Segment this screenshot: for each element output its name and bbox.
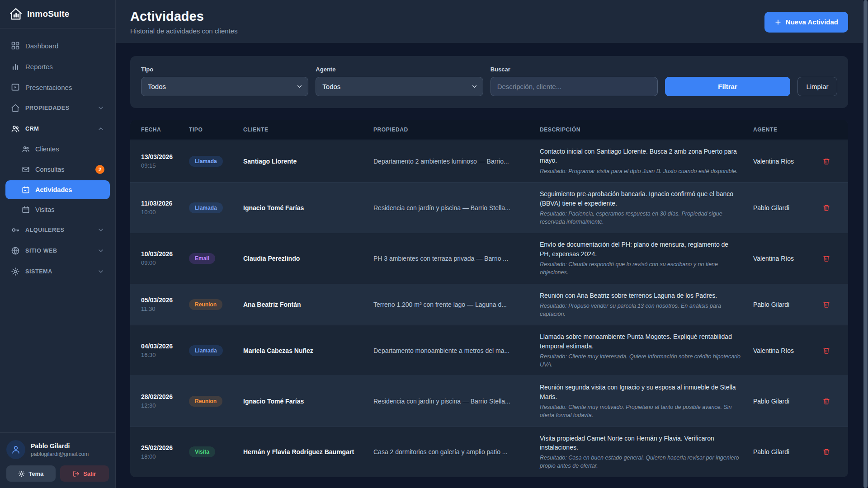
- column-header-cliente: CLIENTE: [243, 127, 373, 133]
- chevron-down-icon: [97, 104, 104, 112]
- row-client: Santiago Llorente: [243, 158, 373, 165]
- delete-activity-button[interactable]: [821, 253, 832, 264]
- logout-icon: [73, 470, 80, 477]
- delete-activity-button[interactable]: [821, 446, 832, 457]
- sidebar-item-dashboard[interactable]: Dashboard: [5, 36, 110, 56]
- trash-icon: [823, 448, 830, 455]
- row-agent: Pablo Gilardi: [753, 204, 821, 211]
- sidebar-item-label: Consultas: [35, 166, 64, 173]
- agente-select[interactable]: Todos: [316, 77, 483, 96]
- row-description: Llamada sobre monoambiente Punta Mogotes…: [540, 332, 741, 351]
- table-row: 05/03/2026 11:30 Reunion Ana Beatriz Fon…: [130, 284, 848, 325]
- row-property[interactable]: Casa 2 dormitorios con galería y amplio …: [373, 448, 540, 455]
- users-icon: [22, 145, 30, 153]
- cell-fecha: 04/03/2026 16:30: [141, 343, 189, 358]
- new-activity-button[interactable]: Nueva Actividad: [764, 12, 848, 33]
- dashboard-icon: [11, 41, 20, 50]
- filter-button[interactable]: Filtrar: [665, 77, 790, 96]
- delete-activity-button[interactable]: [821, 396, 832, 407]
- table-row: 11/03/2026 10:00 Llamada Ignacio Tomé Fa…: [130, 182, 848, 233]
- sidebar-section-propiedades[interactable]: PROPIEDADES: [5, 98, 110, 118]
- cell-descripcion: Reunión segunda visita con Ignacio y su …: [540, 383, 753, 419]
- row-result: Resultado: Cliente muy interesada. Quier…: [540, 353, 741, 369]
- row-date: 13/03/2026: [141, 153, 189, 160]
- row-time: 09:00: [141, 259, 189, 266]
- row-description: Reunión segunda visita con Ignacio y su …: [540, 383, 741, 401]
- calendar-check-icon: [22, 186, 30, 194]
- row-property[interactable]: Departamento monoambiente a metros del m…: [373, 347, 540, 354]
- type-badge: Visita: [189, 446, 215, 457]
- delete-activity-button[interactable]: [821, 202, 832, 213]
- row-time: 18:00: [141, 453, 189, 460]
- new-activity-label: Nueva Actividad: [786, 18, 838, 26]
- sidebar-item-label: Visitas: [35, 206, 54, 213]
- chevron-up-icon: [97, 125, 104, 132]
- sidebar-item-consultas[interactable]: Consultas 2: [5, 160, 110, 179]
- scrollbar-thumb[interactable]: [863, 0, 868, 488]
- filter-bar: Tipo Todos Agente Todos: [130, 56, 848, 108]
- trash-icon: [823, 158, 830, 165]
- table-body: 13/03/2026 09:15 Llamada Santiago Lloren…: [130, 140, 848, 477]
- cell-fecha: 13/03/2026 09:15: [141, 153, 189, 169]
- type-badge: Llamada: [189, 345, 223, 356]
- trash-icon: [823, 301, 830, 308]
- page-header: Actividades Historial de actividades con…: [116, 0, 868, 43]
- logout-button[interactable]: Salir: [60, 465, 109, 482]
- page-header-text: Actividades Historial de actividades con…: [130, 9, 238, 35]
- chevron-down-icon: [97, 226, 104, 234]
- row-result: Resultado: Claudia respondió que lo revi…: [540, 261, 741, 277]
- cell-tipo: Llamada: [189, 345, 243, 356]
- sidebar-item-actividades[interactable]: Actividades: [5, 180, 110, 199]
- sidebar-section-alquileres[interactable]: ALQUILERES: [5, 220, 110, 240]
- user-actions: Tema Salir: [6, 465, 109, 482]
- filter-tipo-label: Tipo: [141, 66, 308, 73]
- tipo-select[interactable]: Todos: [141, 77, 308, 96]
- sidebar: InmoSuite Dashboard Reportes Presentacio…: [0, 0, 116, 488]
- row-property[interactable]: Terreno 1.200 m² con frente lago — Lagun…: [373, 301, 540, 308]
- row-client: Ignacio Tomé Farías: [243, 398, 373, 405]
- trash-icon: [823, 204, 830, 211]
- filter-buscar-label: Buscar: [491, 66, 658, 73]
- cell-descripcion: Visita propiedad Camet Norte con Hernán …: [540, 434, 753, 470]
- cell-descripcion: Contacto inicial con Santiago Llorente. …: [540, 147, 753, 175]
- filter-agente-field: Agente Todos: [316, 66, 483, 96]
- delete-activity-button[interactable]: [821, 299, 832, 310]
- cell-tipo: Email: [189, 253, 243, 264]
- column-header-tipo: TIPO: [189, 127, 243, 133]
- delete-activity-button[interactable]: [821, 156, 832, 167]
- row-description: Visita propiedad Camet Norte con Hernán …: [540, 434, 741, 452]
- row-agent: Valentina Ríos: [753, 255, 821, 262]
- theme-toggle-button[interactable]: Tema: [6, 465, 56, 482]
- row-agent: Valentina Ríos: [753, 158, 821, 165]
- sidebar-item-presentaciones[interactable]: Presentaciones: [5, 77, 110, 97]
- row-time: 16:30: [141, 352, 189, 358]
- delete-activity-button[interactable]: [821, 345, 832, 356]
- sidebar-item-visitas[interactable]: Visitas: [5, 200, 110, 219]
- sidebar-section-label: SISTEMA: [25, 268, 52, 275]
- clear-button[interactable]: Limpiar: [797, 77, 837, 96]
- row-property[interactable]: Residencia con jardín y piscina — Barrio…: [373, 204, 540, 211]
- row-property[interactable]: Departamento 2 ambientes luminoso — Barr…: [373, 158, 540, 165]
- row-property[interactable]: Residencia con jardín y piscina — Barrio…: [373, 398, 540, 405]
- sidebar-item-reportes[interactable]: Reportes: [5, 56, 110, 76]
- type-badge: Llamada: [189, 156, 223, 167]
- page-scrollbar[interactable]: [863, 0, 868, 488]
- filter-buscar-field: Buscar: [491, 66, 658, 96]
- sidebar-item-label: Dashboard: [25, 42, 58, 50]
- cell-fecha: 25/02/2026 18:00: [141, 444, 189, 460]
- search-input[interactable]: [491, 77, 658, 96]
- sidebar-section-sitio-web[interactable]: SITIO WEB: [5, 241, 110, 261]
- row-description: Envío de documentación del PH: plano de …: [540, 240, 741, 258]
- globe-icon: [11, 246, 20, 255]
- sidebar-section-crm[interactable]: CRM: [5, 119, 110, 139]
- table-row: 28/02/2026 12:30 Reunion Ignacio Tomé Fa…: [130, 375, 848, 426]
- row-description: Reunión con Ana Beatriz sobre terrenos L…: [540, 291, 741, 300]
- row-property[interactable]: PH 3 ambientes con terraza privada — Bar…: [373, 255, 540, 262]
- avatar: [6, 440, 25, 459]
- brand-name: InmoSuite: [27, 9, 70, 19]
- main-area: Actividades Historial de actividades con…: [116, 0, 868, 488]
- sidebar-item-clientes[interactable]: Clientes: [5, 140, 110, 159]
- sidebar-nav: Dashboard Reportes Presentaciones PROPIE…: [0, 28, 115, 432]
- user-box: Pablo Gilardi pablogilardi@gmail.com Tem…: [0, 432, 115, 488]
- sidebar-section-sistema[interactable]: SISTEMA: [5, 262, 110, 282]
